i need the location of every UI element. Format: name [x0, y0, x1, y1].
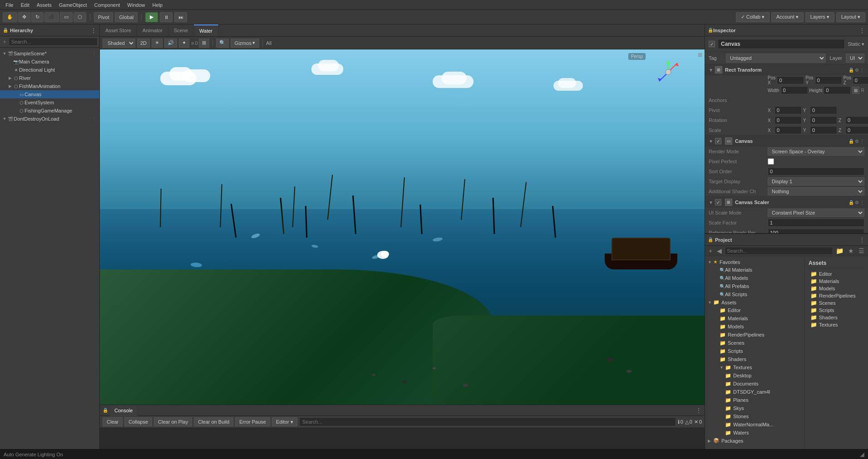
scene-search-btn[interactable]: 🔍 [216, 39, 229, 48]
tree-item-fishman[interactable]: ▶ ⬡ FishManAnimation [0, 82, 99, 90]
asset-scripts[interactable]: 📁 Scripts [809, 307, 864, 314]
move-tool[interactable]: ✥ [18, 12, 30, 22]
proj-planes[interactable]: 📁 Planes [705, 396, 804, 404]
tree-item-fishinggame[interactable]: ⬡ FishingGameManage [0, 107, 99, 115]
menu-item-file[interactable]: File [2, 1, 17, 9]
project-star-btn[interactable]: ★ [846, 247, 856, 255]
rect-lock-btn[interactable]: 🔒 [848, 68, 854, 73]
proj-models[interactable]: 📁 Models [705, 322, 804, 331]
scale-tool[interactable]: ⬛ [44, 12, 59, 22]
target-display-dropdown[interactable]: Display 1 [768, 177, 864, 186]
clear-on-build-button[interactable]: Clear on Build [194, 417, 233, 426]
layout-button[interactable]: Layout ▾ [836, 12, 865, 22]
tab-scene[interactable]: Scene [168, 24, 194, 36]
collapse-button[interactable]: Collapse [124, 417, 152, 426]
play-button[interactable]: ▶ [145, 12, 158, 22]
rect-tool[interactable]: ▭ [60, 12, 73, 22]
pivot-button[interactable]: Pivot [94, 12, 113, 22]
menu-item-help[interactable]: Help [148, 1, 166, 9]
error-pause-button[interactable]: Error Pause [235, 417, 270, 426]
proj-packages-header[interactable]: ▶ 📦 Packages [705, 437, 804, 444]
global-button[interactable]: Global [115, 12, 138, 22]
asset-textures[interactable]: 📁 Textures [809, 321, 864, 328]
canvas-settings-btn[interactable]: ⚙ [855, 139, 859, 144]
inspector-menu-icon[interactable]: ⋮ [859, 27, 865, 34]
collab-button[interactable]: ✓ Collab ▾ [736, 12, 769, 22]
rect-transform-header[interactable]: ▼ ⊞ Rect Transform 🔒 ⚙ ⋮ [705, 64, 868, 75]
proj-materials[interactable]: 📁 Materials [705, 314, 804, 322]
posy-input[interactable] [815, 76, 842, 84]
account-button[interactable]: Account ▾ [771, 12, 804, 22]
scene-grid-btn[interactable]: ⊞ [199, 39, 209, 48]
menu-item-edit[interactable]: Edit [17, 1, 33, 9]
pixel-perfect-checkbox[interactable] [768, 158, 774, 165]
project-menu-icon[interactable]: ⋮ [859, 236, 865, 244]
layer-dropdown[interactable]: UI [846, 54, 864, 63]
tree-kebab-samplescene[interactable]: ⋮ [92, 51, 99, 57]
proj-dtsdgy[interactable]: 📁 DTSDGY_cam4l [705, 388, 804, 396]
proj-assets-header[interactable]: ▼ 📁 Assets [705, 298, 804, 306]
tree-item-eventsystem[interactable]: ⬡ EventSystem [0, 98, 99, 107]
viewport-maximize-icon[interactable]: ⊠ [698, 52, 702, 58]
rotz-input[interactable] [845, 116, 868, 124]
pivoty-input[interactable] [810, 106, 837, 114]
rotate-tool[interactable]: ↻ [31, 12, 44, 22]
tree-item-maincamera[interactable]: 📷 Main Camera [0, 58, 99, 66]
scalez-input[interactable] [845, 126, 868, 134]
step-button[interactable]: ⏭ [174, 12, 187, 22]
canvas-lock-btn[interactable]: 🔒 [848, 139, 854, 144]
tree-item-directionallight[interactable]: ☀ Directional Light [0, 66, 99, 74]
scalex-input[interactable] [774, 126, 802, 134]
proj-textures[interactable]: ▼ 📁 Textures [705, 363, 804, 371]
pause-button[interactable]: ⏸ [160, 12, 173, 22]
ui-scale-dropdown[interactable]: Constant Pixel Size [768, 209, 864, 217]
proj-desktop[interactable]: 📁 Desktop [705, 371, 804, 380]
proj-all-models[interactable]: 🔍 All Models [705, 274, 804, 282]
tab-animator[interactable]: Animator [137, 24, 168, 36]
combo-tool[interactable]: ⬡ [74, 12, 86, 22]
shading-dropdown[interactable]: Shaded [103, 39, 135, 48]
scene-audio-btn[interactable]: 🔊 [164, 39, 177, 48]
canvas-comp-checkbox[interactable] [715, 138, 721, 144]
hierarchy-add-btn[interactable]: + [2, 39, 7, 45]
proj-all-prefabs[interactable]: 🔍 All Prefabs [705, 282, 804, 290]
scaler-lock-btn[interactable]: 🔒 [848, 200, 854, 205]
tree-item-canvas[interactable]: ▭ Canvas [0, 90, 99, 98]
add-shader-dropdown[interactable]: Nothing [768, 187, 864, 195]
tree-item-dontdestroy[interactable]: ▼ 🎬 DontDestroyOnLoad ⋮ [0, 115, 99, 123]
menu-item-component[interactable]: Component [90, 1, 123, 9]
nav-cube[interactable] [652, 56, 684, 88]
menu-item-window[interactable]: Window [123, 1, 148, 9]
asset-scenes[interactable]: 📁 Scenes [809, 299, 864, 307]
tree-item-samplescene[interactable]: ▼ 🎬 SampleScene* ⋮ [0, 49, 99, 58]
proj-stones[interactable]: 📁 Stones [705, 412, 804, 420]
ref-pixels-input[interactable] [768, 229, 864, 233]
rect-menu-btn[interactable]: ⋮ [860, 68, 864, 73]
canvas-menu-btn[interactable]: ⋮ [860, 139, 864, 144]
tag-dropdown[interactable]: Untagged [726, 54, 826, 63]
rect-settings-btn[interactable]: ⚙ [855, 68, 859, 73]
scene-viewport[interactable]: Persp ⊠ [100, 49, 705, 405]
proj-waternormalma[interactable]: 📁 WaterNormalMa... [705, 420, 804, 429]
console-tab[interactable]: Console [110, 405, 138, 416]
tab-asset-store[interactable]: Asset Store [100, 24, 137, 36]
posz-input[interactable] [853, 76, 868, 84]
posx-input[interactable] [777, 76, 804, 84]
render-mode-dropdown[interactable]: Screen Space - Overlay [768, 147, 864, 156]
hand-tool[interactable]: ✋ [3, 12, 17, 22]
clear-on-play-button[interactable]: Clear on Play [154, 417, 192, 426]
scaler-settings-btn[interactable]: ⚙ [855, 200, 859, 205]
proj-favorites-header[interactable]: ▼ ★ Favorites [705, 258, 804, 266]
clear-button[interactable]: Clear [103, 417, 123, 426]
sort-order-input[interactable] [768, 167, 864, 176]
scene-fx-btn[interactable]: ✦ [179, 39, 189, 48]
height-input[interactable] [824, 86, 851, 94]
canvas-active-checkbox[interactable] [709, 41, 715, 47]
console-search-input[interactable] [299, 417, 676, 426]
project-search-input[interactable] [725, 247, 833, 255]
tree-kebab-dontdestroy[interactable]: ⋮ [92, 116, 99, 122]
menu-item-assets[interactable]: Assets [33, 1, 55, 9]
asset-editor[interactable]: 📁 Editor [809, 270, 864, 278]
rect-expand-btn[interactable]: ⊞ [852, 87, 859, 94]
canvas-comp-header[interactable]: ▼ ▭ Canvas 🔒 ⚙ ⋮ [705, 136, 868, 146]
